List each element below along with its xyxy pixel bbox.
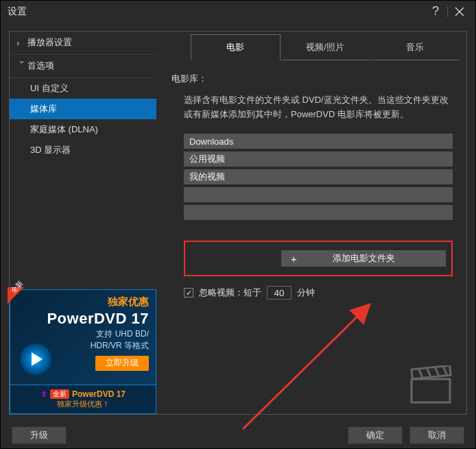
- tab-music[interactable]: 音乐: [370, 34, 460, 60]
- close-icon[interactable]: [451, 3, 468, 21]
- sidebar-item-3d-display[interactable]: 3D 显示器: [10, 140, 156, 160]
- sidebar: › 播放器设置 › 首选项 UI 自定义 媒体库 家庭媒体 (DLNA) 3D: [10, 32, 156, 414]
- folder-name: Downloads: [189, 136, 233, 147]
- sidebar-item-label: 3D 显示器: [30, 144, 71, 156]
- panel: › 播放器设置 › 首选项 UI 自定义 媒体库 家庭媒体 (DLNA) 3D: [9, 31, 467, 415]
- svg-line-6: [435, 367, 439, 376]
- promo-upgrade-button[interactable]: 立即升级: [95, 356, 149, 371]
- folder-row[interactable]: 我的视频: [184, 169, 453, 184]
- svg-line-7: [443, 366, 447, 376]
- section-title: 电影库：: [171, 73, 453, 85]
- folder-name: 公用视频: [189, 153, 225, 165]
- promo-bot-line2: 独家升级优惠！: [57, 399, 110, 409]
- button-label: 升级: [30, 429, 48, 441]
- ignore-label-post: 分钟: [297, 287, 315, 299]
- sidebar-group-preferences[interactable]: › 首选项: [10, 55, 156, 78]
- promo-title: PowerDVD 17: [17, 310, 149, 328]
- promo-exclusive: 独家优惠: [17, 295, 149, 308]
- tab-label: 音乐: [406, 41, 424, 53]
- settings-window: 设置 ? › 播放器设置 › 首选项 UI 自定义: [0, 0, 476, 449]
- body: › 播放器设置 › 首选项 UI 自定义 媒体库 家庭媒体 (DLNA) 3D: [1, 23, 475, 423]
- tabs: 电影 视频/照片 音乐: [191, 34, 460, 60]
- content: 电影库： 选择含有电影文件的文件夹或 DVD/蓝光文件夹。当这些文件夹更改或有新…: [156, 60, 466, 414]
- sidebar-item-ui[interactable]: UI 自定义: [10, 78, 156, 99]
- button-label: 取消: [428, 429, 446, 441]
- sidebar-group-player[interactable]: › 播放器设置: [10, 32, 156, 55]
- folder-row-empty[interactable]: [184, 205, 453, 220]
- up-arrow-icon: ⬆: [40, 389, 47, 399]
- folder-list: Downloads 公用视频 我的视频: [184, 134, 453, 220]
- add-movie-folder-button[interactable]: + 添加电影文件夹: [281, 250, 446, 267]
- tab-label: 电影: [226, 41, 244, 53]
- folder-row[interactable]: 公用视频: [184, 151, 453, 167]
- add-button-label: 添加电影文件夹: [333, 252, 395, 265]
- ok-button[interactable]: 确定: [348, 426, 403, 444]
- sidebar-group-label: 播放器设置: [27, 36, 72, 49]
- button-label: 确定: [366, 429, 384, 441]
- add-folder-highlight: + 添加电影文件夹: [184, 241, 453, 276]
- folder-row-empty[interactable]: [184, 187, 453, 202]
- sidebar-item-label: 媒体库: [30, 103, 57, 115]
- promo-panel: 全新 独家优惠 PowerDVD 17 支持 UHD BD/ HDR/VR 等格…: [10, 289, 156, 414]
- help-icon[interactable]: ?: [427, 3, 444, 21]
- promo-sub1: 支持 UHD BD/: [17, 329, 149, 340]
- tab-movie[interactable]: 电影: [191, 34, 281, 60]
- ignore-video-row: 忽略视频：短于 分钟: [184, 286, 453, 300]
- play-icon: [20, 343, 51, 375]
- promo-top[interactable]: 全新 独家优惠 PowerDVD 17 支持 UHD BD/ HDR/VR 等格…: [10, 289, 156, 385]
- sidebar-item-label: UI 自定义: [30, 82, 69, 95]
- chevron-down-icon: ›: [17, 60, 27, 71]
- section-description: 选择含有电影文件的文件夹或 DVD/蓝光文件夹。当这些文件夹更改或有新媒体添加到…: [171, 93, 453, 122]
- folder-row[interactable]: Downloads: [184, 134, 453, 149]
- sidebar-group-label: 首选项: [27, 60, 54, 72]
- cancel-button[interactable]: 取消: [409, 426, 464, 444]
- main: 电影 视频/照片 音乐 电影库： 选择含有电影文件的文件夹或 DVD/蓝光文件夹…: [156, 32, 466, 414]
- sidebar-item-label: 家庭媒体 (DLNA): [30, 123, 98, 136]
- plus-icon: +: [291, 253, 297, 265]
- upgrade-button[interactable]: 升级: [12, 426, 67, 444]
- footer: 升级 确定 取消: [1, 423, 475, 448]
- titlebar-separator: [447, 6, 448, 17]
- sidebar-item-dlna[interactable]: 家庭媒体 (DLNA): [10, 119, 156, 140]
- titlebar: 设置 ?: [1, 1, 475, 23]
- promo-bottom[interactable]: ⬆ 全新 PowerDVD 17 独家升级优惠！: [10, 385, 156, 414]
- sidebar-item-media-library[interactable]: 媒体库: [10, 99, 156, 119]
- promo-badge-icon: 全新: [8, 287, 35, 315]
- window-title: 设置: [8, 5, 427, 18]
- ignore-minutes-input[interactable]: [267, 286, 291, 300]
- promo-bot-brand: PowerDVD 17: [72, 389, 126, 399]
- promo-bot-badge: 全新: [50, 389, 69, 399]
- svg-rect-2: [412, 379, 450, 402]
- tab-label: 视频/照片: [306, 41, 344, 53]
- folder-name: 我的视频: [189, 171, 225, 183]
- ignore-label-pre: 忽略视频：短于: [199, 287, 261, 299]
- svg-line-5: [427, 367, 431, 377]
- ignore-video-checkbox[interactable]: [184, 288, 193, 298]
- clapperboard-icon: [409, 365, 453, 407]
- tab-video-photo[interactable]: 视频/照片: [281, 34, 370, 60]
- chevron-right-icon: ›: [16, 38, 27, 48]
